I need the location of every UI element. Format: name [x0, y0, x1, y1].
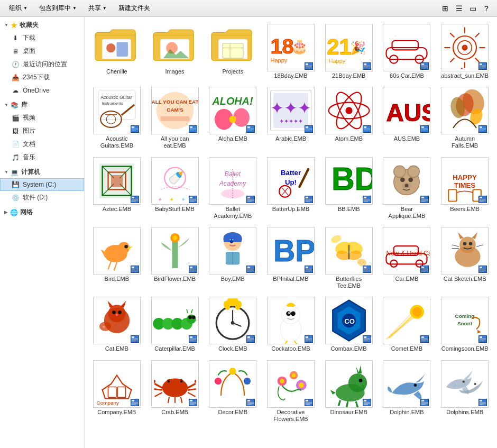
- sidebar-item-music[interactable]: 🎵 音乐: [0, 151, 84, 164]
- file-item[interactable]: Decor.EMB: [205, 358, 261, 425]
- emb-thumbnail: Ballet Academy: [209, 157, 256, 205]
- svg-rect-229: [364, 271, 368, 271]
- sidebar-item-2345download[interactable]: 📥 2345下载: [0, 71, 84, 84]
- sidebar-network-header[interactable]: ▶ 🌐 网络: [0, 206, 84, 218]
- emb-thumbnail: ♥: [93, 297, 141, 344]
- file-item[interactable]: AUS AUS.EMB: [379, 84, 435, 152]
- file-item[interactable]: ♥ Cat.EMB: [89, 294, 145, 355]
- emb-badge: [305, 335, 313, 343]
- file-item[interactable]: Atom.EMB: [321, 84, 377, 152]
- sidebar-item-drive-d[interactable]: 💿 软件 (D:): [0, 191, 84, 204]
- file-item[interactable]: 21 🎉 Happy 21Bday.EMB: [321, 21, 377, 82]
- file-item[interactable]: ALL YOU CAN EAT CAM'S All you can eat.EM…: [147, 84, 203, 152]
- view-icon-1[interactable]: ⊞: [439, 2, 452, 15]
- file-item[interactable]: Dolphins.EMB: [437, 358, 493, 425]
- file-label: Aloha.EMB: [218, 135, 247, 142]
- svg-rect-308: [364, 340, 370, 340]
- sidebar-item-recent[interactable]: 🕐 最近访问的位置: [0, 58, 84, 71]
- file-item[interactable]: Crab.EMB: [147, 358, 203, 425]
- emb-badge: [246, 335, 255, 343]
- sidebar-item-video[interactable]: 🎬 视频: [0, 111, 84, 124]
- svg-point-167: [409, 177, 413, 182]
- svg-point-241: [459, 237, 476, 253]
- file-item[interactable]: Caterpillar.EMB: [147, 294, 203, 355]
- file-item[interactable]: 60s Car.EMB: [379, 21, 435, 82]
- file-item[interactable]: ☀ abstract_sun.EMB: [437, 21, 493, 82]
- svg-rect-356: [247, 400, 250, 401]
- svg-rect-350: [190, 403, 196, 404]
- sidebar-favorites-header[interactable]: ▼ ★ 收藏夹: [0, 19, 84, 31]
- file-item[interactable]: ✦✦✦ ✦✦✦✦✦ Arabic.EMB: [263, 84, 319, 152]
- file-item[interactable]: Dolphin.EMB: [379, 358, 435, 425]
- file-item[interactable]: ALOHA! Aloha.EMB: [205, 84, 261, 152]
- file-item[interactable]: CO Combax.EMB: [321, 294, 377, 355]
- sidebar-item-pictures[interactable]: 🖼 图片: [0, 124, 84, 138]
- file-item[interactable]: Cat Sketch.EMB: [437, 224, 493, 292]
- file-item[interactable]: Dinosaur.EMB: [321, 358, 377, 425]
- file-item[interactable]: Autumn Falls.EMB: [437, 84, 493, 152]
- svg-rect-13: [306, 63, 308, 65]
- svg-rect-262: [132, 340, 138, 340]
- file-item[interactable]: 18 🎂 Happy 18Bday.EMB: [263, 21, 319, 82]
- file-item[interactable]: Coming Soon! Comingsoon.EMB: [437, 294, 493, 355]
- emb-badge: [305, 399, 313, 406]
- file-item[interactable]: BD BB.EMB: [321, 154, 377, 222]
- sidebar-library-header[interactable]: ▼ 📚 库: [0, 99, 84, 111]
- file-item[interactable]: Butterflies Tee.EMB: [321, 224, 377, 292]
- sidebar-item-documents[interactable]: 📄 文档: [0, 138, 84, 151]
- file-label: Cockatoo.EMB: [271, 345, 310, 352]
- help-button[interactable]: ?: [480, 2, 493, 15]
- file-item[interactable]: Chenille: [89, 21, 145, 82]
- organize-arrow-icon: ▼: [23, 6, 27, 11]
- svg-rect-101: [421, 126, 424, 128]
- view-icon-3[interactable]: ▭: [466, 2, 479, 15]
- view-icon-2[interactable]: ☰: [453, 2, 465, 15]
- svg-rect-190: [132, 267, 134, 268]
- file-item[interactable]: Images: [147, 21, 203, 82]
- file-item[interactable]: Acoustic Guitar Instruments Acoustic Gui…: [89, 84, 145, 152]
- file-item[interactable]: New & Used Cars Car.EMB: [379, 224, 435, 292]
- file-item[interactable]: Aztec.EMB: [89, 154, 145, 222]
- file-item[interactable]: 🍼 ✦ ✦ ✦ BabyStuff.EMB: [147, 154, 203, 222]
- file-item[interactable]: Boy.EMB: [205, 224, 261, 292]
- sidebar-item-desktop[interactable]: 🖥 桌面: [0, 44, 84, 58]
- svg-rect-126: [132, 201, 136, 202]
- svg-point-204: [232, 239, 234, 240]
- file-item[interactable]: HAPPY TIMES Beers.EMB: [437, 154, 493, 222]
- sidebar-item-download[interactable]: ⬇ 下载: [0, 31, 84, 44]
- file-item[interactable]: Clock.EMB: [205, 294, 261, 355]
- file-item[interactable]: Bird.EMB: [89, 224, 145, 292]
- sidebar-item-onedrive[interactable]: ☁ OneDrive: [0, 84, 84, 97]
- folder-thumbnail: [93, 24, 141, 66]
- file-item[interactable]: Decorative Flowers.EMB: [263, 358, 319, 425]
- file-item[interactable]: Cockatoo.EMB: [263, 294, 319, 355]
- svg-text:HAPPY: HAPPY: [453, 173, 477, 181]
- svg-text:21: 21: [327, 34, 352, 59]
- sidebar-computer-header[interactable]: ▼ 💻 计算机: [0, 166, 84, 178]
- file-item[interactable]: BP BPInitial.EMB: [263, 224, 319, 292]
- svg-rect-133: [190, 197, 192, 198]
- svg-text:CO: CO: [344, 317, 355, 325]
- file-item[interactable]: Batter Up! BatterUp.EMB: [263, 154, 319, 222]
- file-item[interactable]: Bear Applique.EMB: [379, 154, 435, 222]
- svg-point-166: [400, 177, 405, 182]
- include-library-button[interactable]: 包含到库中 ▼: [34, 2, 81, 14]
- svg-point-373: [358, 379, 362, 382]
- file-item[interactable]: Company Company.EMB: [89, 358, 145, 425]
- file-item[interactable]: Comet.EMB: [379, 294, 435, 355]
- svg-rect-226: [364, 267, 366, 268]
- svg-rect-348: [190, 400, 192, 401]
- emb-badge: [363, 266, 371, 273]
- share-button[interactable]: 共享 ▼: [84, 2, 112, 14]
- svg-rect-103: [421, 130, 428, 130]
- new-folder-button[interactable]: 新建文件夹: [114, 2, 155, 14]
- computer-triangle-icon: ▼: [4, 170, 8, 175]
- svg-text:☀: ☀: [460, 67, 463, 70]
- file-item[interactable]: Ballet Academy Ballet Academy.EMB: [205, 154, 261, 222]
- file-item[interactable]: BirdFlower.EMB: [147, 224, 203, 292]
- file-item[interactable]: Projects: [205, 21, 261, 82]
- svg-point-388: [463, 380, 465, 382]
- organize-button[interactable]: 组织 ▼: [4, 2, 32, 14]
- sidebar-item-drive-c[interactable]: 💾 System (C:): [0, 178, 84, 191]
- svg-rect-227: [364, 269, 370, 269]
